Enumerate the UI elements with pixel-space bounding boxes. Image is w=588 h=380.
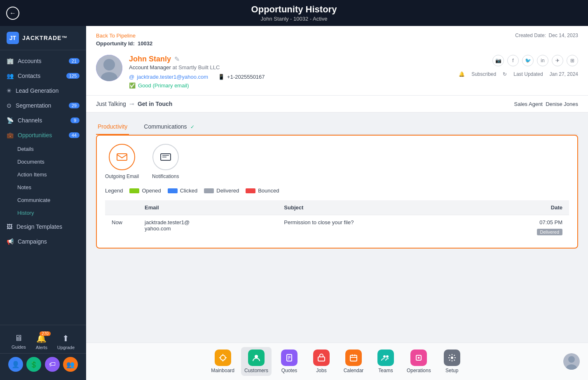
sidebar-sub-documents[interactable]: Documents bbox=[0, 155, 86, 168]
contact-header-row: John Stanly ✎ Account Manager at Smartly… bbox=[96, 55, 578, 89]
page-title: Opportunity History bbox=[8, 4, 580, 15]
sidebar-item-contacts[interactable]: 👥 Contacts 125 bbox=[0, 68, 86, 83]
sales-agent: Sales Agent Denise Jones bbox=[514, 101, 578, 107]
stage-get-in-touch: Get in Touch bbox=[138, 101, 173, 107]
nav-quotes[interactable]: Quotes bbox=[275, 347, 304, 376]
row-email: jacktrade.tester1@yahoo.com bbox=[145, 219, 271, 232]
svg-rect-15 bbox=[318, 357, 325, 361]
sidebar-item-campaigns[interactable]: 📢 Campaigns bbox=[0, 234, 86, 249]
notifications-option[interactable]: Notifications bbox=[152, 144, 179, 179]
opportunities-badge: 44 bbox=[69, 132, 80, 138]
sidebar-sub-details[interactable]: Details bbox=[0, 143, 86, 155]
nav-jobs[interactable]: Jobs bbox=[307, 347, 336, 376]
opportunity-id: Opportunity Id: 10032 bbox=[96, 40, 152, 47]
mainboard-icon bbox=[215, 350, 231, 366]
nav-customers[interactable]: Customers bbox=[241, 347, 272, 376]
upgrade-button[interactable]: ⬆ Upgrade bbox=[57, 333, 75, 350]
svg-rect-16 bbox=[350, 355, 357, 361]
legend-delivered-label: Delivered bbox=[216, 188, 239, 194]
outgoing-email-option[interactable]: Outgoing Email bbox=[105, 144, 139, 179]
stage-just-talking: Just Talking bbox=[96, 101, 126, 107]
nav-setup[interactable]: Setup bbox=[438, 347, 466, 376]
nav-mainboard[interactable]: Mainboard bbox=[208, 347, 238, 376]
sidebar-item-accounts[interactable]: 🏢 Accounts 21 bbox=[0, 54, 86, 68]
channels-icon: 📡 bbox=[7, 117, 14, 124]
nav-operations[interactable]: Operations bbox=[403, 347, 434, 376]
sidebar-item-lead-generation[interactable]: ✳ Lead Generation bbox=[0, 83, 86, 98]
profile-group-button[interactable]: 👥 bbox=[63, 357, 78, 372]
sidebar-sub-communicate[interactable]: Communicate bbox=[0, 194, 86, 206]
alerts-button[interactable]: 270 🔔 Alerts bbox=[36, 333, 47, 350]
row-subject: Permission to close your file? bbox=[284, 219, 469, 225]
sidebar-sub-history[interactable]: History bbox=[0, 206, 86, 219]
guides-button[interactable]: 🖥 Guides bbox=[12, 333, 26, 350]
profile-dollar-button[interactable]: 💲 bbox=[26, 357, 41, 372]
svg-point-5 bbox=[220, 355, 225, 360]
sidebar-bottom-icons: 🖥 Guides 270 🔔 Alerts ⬆ Upgrade bbox=[0, 330, 86, 353]
email-table-header-row: Email Subject Date bbox=[105, 200, 569, 215]
legend-bounced-label: Bounced bbox=[258, 188, 279, 194]
status-badge: Good (Primary email) bbox=[138, 82, 189, 89]
calendar-label: Calendar bbox=[344, 368, 364, 373]
more-icon[interactable]: ⊞ bbox=[567, 55, 578, 66]
back-button[interactable]: ← bbox=[6, 7, 19, 20]
sidebar-item-opportunities[interactable]: 💼 Opportunities 44 bbox=[0, 128, 86, 143]
upgrade-icon: ⬆ bbox=[62, 333, 69, 343]
teams-icon bbox=[377, 350, 394, 366]
accounts-badge: 21 bbox=[69, 58, 80, 64]
icon-options: Outgoing Email Notifications bbox=[105, 144, 569, 179]
legend-opened-dot bbox=[129, 188, 139, 193]
tab-productivity[interactable]: Productivity bbox=[96, 119, 129, 135]
col-subject: Subject bbox=[277, 200, 476, 215]
twitter-icon[interactable]: 🐦 bbox=[522, 55, 534, 66]
segmentation-icon: ⊙ bbox=[7, 102, 12, 109]
row-time: Now bbox=[112, 219, 122, 225]
teams-label: Teams bbox=[378, 368, 393, 373]
sidebar-sub-notes[interactable]: Notes bbox=[0, 181, 86, 194]
pipeline-stages: Just Talking ⊸ Get in Touch bbox=[96, 101, 172, 107]
contact-name-row: John Stanly ✎ bbox=[129, 55, 265, 63]
contacts-badge: 125 bbox=[66, 73, 80, 79]
contact-name[interactable]: John Stanly bbox=[129, 55, 171, 63]
design-templates-icon: 🖼 bbox=[7, 223, 12, 230]
top-header: ← Opportunity History John Stanly - 1003… bbox=[0, 0, 588, 26]
row-status: Delivered bbox=[537, 229, 562, 235]
outgoing-email-label: Outgoing Email bbox=[105, 174, 139, 179]
sidebar-item-design-templates[interactable]: 🖼 Design Templates bbox=[0, 219, 86, 234]
nav-calendar[interactable]: Calendar bbox=[339, 347, 368, 376]
legend-label: Legend bbox=[105, 188, 123, 194]
linkedin-icon[interactable]: in bbox=[537, 55, 548, 66]
logo-icon: JT bbox=[7, 32, 19, 44]
sidebar-sub-action-items[interactable]: Action Items bbox=[0, 168, 86, 181]
telegram-icon[interactable]: ✈ bbox=[552, 55, 563, 66]
main-scroll: Productivity Communications ✓ bbox=[86, 113, 588, 342]
channels-label: Channels bbox=[18, 117, 42, 124]
sidebar-item-segmentation[interactable]: ⊙ Segmentation 29 bbox=[0, 98, 86, 113]
legend-delivered-dot bbox=[204, 188, 214, 193]
tab-communications[interactable]: Communications ✓ bbox=[142, 119, 196, 135]
campaigns-label: Campaigns bbox=[18, 238, 47, 245]
email-table: Email Subject Date Now jacktrade.tester1… bbox=[105, 200, 569, 239]
profile-person-button[interactable]: 👤 bbox=[8, 357, 23, 372]
instagram-icon[interactable]: 📷 bbox=[492, 55, 504, 66]
customers-label: Customers bbox=[244, 368, 268, 373]
created-date: Created Date: Dec 14, 2023 bbox=[515, 33, 578, 38]
facebook-icon[interactable]: f bbox=[507, 55, 519, 66]
user-avatar-button[interactable] bbox=[563, 353, 580, 370]
col-date: Date bbox=[476, 200, 569, 215]
sidebar-item-channels[interactable]: 📡 Channels 9 bbox=[0, 113, 86, 128]
legend-delivered: Delivered bbox=[204, 188, 239, 194]
legend: Legend Opened Clicked Delivered bbox=[105, 188, 569, 194]
sidebar-bottom: 🖥 Guides 270 🔔 Alerts ⬆ Upgrade 👤 💲 🏷 👥 bbox=[0, 325, 86, 380]
back-to-pipeline-link[interactable]: Back To Pipeline bbox=[96, 33, 152, 39]
svg-point-23 bbox=[451, 357, 453, 359]
edit-icon[interactable]: ✎ bbox=[174, 55, 180, 63]
svg-point-1 bbox=[103, 59, 115, 70]
subscribed-label: Subscribed bbox=[471, 71, 496, 77]
profile-briefcase-button[interactable]: 🏷 bbox=[45, 357, 60, 372]
nav-teams[interactable]: Teams bbox=[371, 347, 400, 376]
col-time bbox=[105, 200, 138, 215]
upgrade-label: Upgrade bbox=[57, 345, 75, 350]
email-table-head: Email Subject Date bbox=[105, 200, 569, 215]
contact-email[interactable]: @ jacktrade.tester1@yahoo.com bbox=[129, 74, 208, 80]
